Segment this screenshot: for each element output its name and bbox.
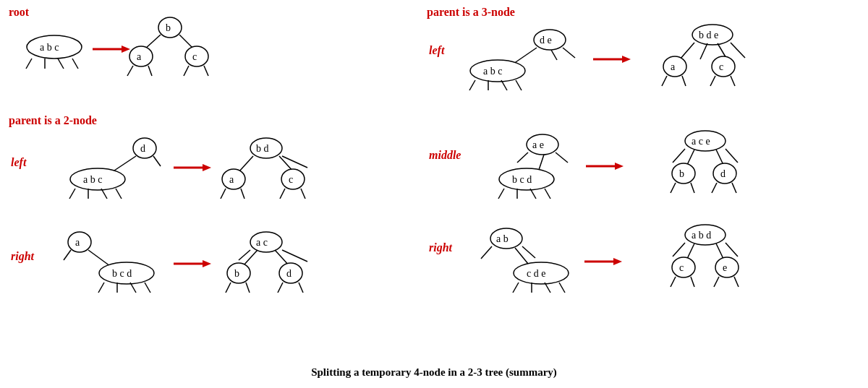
svg-text:b  c  d: b c d [112,268,132,279]
svg-marker-31 [203,164,211,171]
svg-line-70 [299,283,303,293]
svg-line-69 [278,283,283,293]
svg-line-40 [241,189,244,199]
svg-text:b  d  e: b d e [699,30,718,40]
svg-line-92 [662,76,667,86]
svg-marker-7 [122,46,130,53]
svg-marker-56 [203,260,211,267]
svg-line-142 [716,243,723,259]
svg-text:a  b  c: a b c [83,174,102,185]
svg-marker-137 [613,258,622,265]
svg-line-150 [714,277,719,287]
svg-line-120 [691,183,694,193]
svg-line-74 [551,50,557,60]
svg-marker-83 [622,56,631,63]
svg-line-124 [732,183,736,193]
svg-text:a  b  c: a b c [483,66,502,77]
middle-label-3node: middle [429,149,461,161]
svg-line-39 [221,189,226,199]
svg-text:c  d  e: c d e [527,268,545,279]
svg-text:a  b  d: a b d [692,230,711,241]
svg-line-146 [671,277,676,287]
svg-line-116 [726,149,738,163]
svg-text:c: c [719,61,723,72]
svg-line-102 [556,152,568,163]
svg-line-78 [469,80,475,90]
caption: Splitting a temporary 4-node in a 2-3 tr… [311,366,557,379]
parent-2node-label: parent is a 2-node [9,114,97,127]
svg-line-73 [514,48,537,64]
svg-text:a  c  e: a c e [692,136,710,147]
svg-line-48 [88,250,110,266]
svg-line-113 [673,149,685,163]
svg-text:b: b [234,268,239,279]
svg-line-93 [682,76,686,86]
svg-line-14 [127,66,133,76]
svg-line-151 [734,277,739,287]
svg-line-108 [545,189,550,199]
svg-line-44 [301,189,305,199]
svg-text:b: b [166,22,171,33]
svg-text:a  e: a e [532,139,544,150]
svg-text:a: a [137,51,142,62]
svg-line-119 [671,183,676,193]
svg-line-15 [148,66,152,76]
svg-line-135 [559,283,565,293]
svg-line-29 [116,189,122,199]
parent-3node-label: parent is a 3-node [427,6,515,19]
svg-line-100 [517,152,528,163]
svg-text:d  e: d e [540,35,552,46]
svg-line-96 [710,76,715,86]
svg-text:c: c [679,262,684,273]
svg-text:b  c  d: b c d [512,174,532,185]
svg-line-132 [513,283,519,293]
svg-text:a: a [671,61,676,72]
svg-text:c: c [192,51,197,62]
svg-text:a  b: a b [496,233,509,244]
svg-line-123 [712,183,717,193]
svg-line-47 [64,250,71,260]
svg-line-22 [112,156,136,172]
svg-text:b: b [679,168,684,179]
page: root a b c b a c pa [0,0,868,388]
svg-line-140 [673,243,685,256]
svg-line-60 [243,250,258,266]
svg-line-147 [691,277,694,287]
root-label: root [9,6,30,18]
svg-text:d: d [286,268,292,279]
svg-line-19 [204,66,208,76]
svg-line-5 [72,59,78,69]
svg-line-101 [539,155,544,170]
svg-line-97 [731,76,735,86]
svg-line-23 [153,156,161,166]
svg-text:c: c [289,174,293,185]
svg-line-34 [239,156,253,172]
svg-line-4 [58,59,64,69]
svg-line-54 [145,283,150,293]
svg-line-89 [731,43,745,58]
svg-line-86 [680,43,694,59]
svg-line-36 [282,156,307,168]
svg-text:a  c: a c [256,237,268,248]
svg-line-51 [98,283,104,293]
svg-line-26 [69,189,75,199]
svg-marker-110 [615,163,624,170]
svg-line-129 [522,246,535,258]
right-label-2node: right [11,250,35,263]
svg-line-114 [687,150,694,165]
svg-text:b  d: b d [256,143,269,154]
svg-line-143 [726,243,738,256]
svg-line-141 [687,243,694,259]
svg-line-62 [282,250,307,262]
svg-line-127 [481,246,492,259]
svg-line-115 [716,150,723,165]
svg-line-10 [145,35,161,49]
svg-text:a: a [75,237,80,248]
left-label-3node: left [429,44,445,57]
svg-text:e: e [723,262,727,273]
svg-line-81 [516,80,522,90]
svg-line-66 [246,283,250,293]
svg-line-2 [26,59,32,69]
svg-line-87 [700,43,707,59]
svg-line-75 [563,48,575,58]
